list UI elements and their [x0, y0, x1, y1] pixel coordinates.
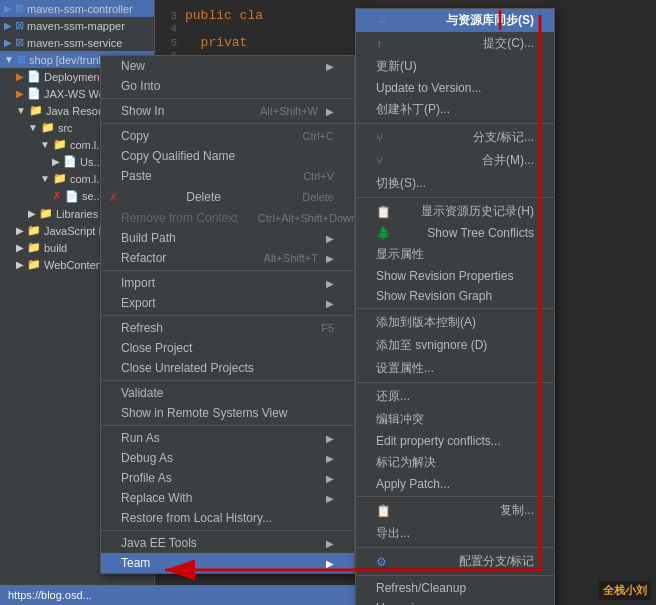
arrow-icon-showin: ▶	[326, 106, 334, 117]
context-menu-main: New ▶ Go Into Show In Alt+Shift+W ▶ Copy…	[100, 55, 355, 574]
tree-item-service[interactable]: ▶ ⊠ maven-ssm-service	[0, 34, 154, 51]
svn-switch[interactable]: 切换(S)...	[356, 172, 554, 195]
menu-run-as[interactable]: Run As ▶	[101, 428, 354, 448]
menu-team[interactable]: Team ▶	[101, 553, 354, 573]
separator-3	[101, 270, 354, 271]
arrow-icon-import: ▶	[326, 278, 334, 289]
svn-sep-5	[356, 496, 554, 497]
svn-apply-patch[interactable]: Apply Patch...	[356, 474, 554, 494]
menu-paste[interactable]: Paste Ctrl+V	[101, 166, 354, 186]
menu-import[interactable]: Import ▶	[101, 273, 354, 293]
svn-branch-icon: ⑂	[376, 131, 383, 145]
menu-restore-history[interactable]: Restore from Local History...	[101, 508, 354, 528]
svn-config-icon: ⚙	[376, 555, 387, 569]
separator-2	[101, 123, 354, 124]
watermark: 全栈小刘	[599, 581, 651, 600]
svn-mark-resolved[interactable]: 标记为解决	[356, 451, 554, 474]
menu-refactor[interactable]: Refactor Alt+Shift+T ▶	[101, 248, 354, 268]
svn-export[interactable]: 导出...	[356, 522, 554, 545]
tree-item-mapper[interactable]: ▶ ⊠ maven-ssm-mapper	[0, 17, 154, 34]
menu-validate[interactable]: Validate	[101, 383, 354, 403]
menu-java-ee-tools[interactable]: Java EE Tools ▶	[101, 533, 354, 553]
context-menu-svn: ↔ 与资源库同步(S) ↑ 提交(C)... 更新(U) Update to V…	[355, 8, 555, 605]
svn-sync-icon: ↔	[376, 14, 388, 28]
menu-show-remote[interactable]: Show in Remote Systems View	[101, 403, 354, 423]
menu-export[interactable]: Export ▶	[101, 293, 354, 313]
svn-edit-conflict[interactable]: 编辑冲突	[356, 408, 554, 431]
svn-merge-icon: ⑂	[376, 154, 383, 168]
menu-profile-as[interactable]: Profile As ▶	[101, 468, 354, 488]
arrow-icon: ▶	[326, 61, 334, 72]
menu-build-path[interactable]: Build Path ▶	[101, 228, 354, 248]
menu-show-in[interactable]: Show In Alt+Shift+W ▶	[101, 101, 354, 121]
svn-copy-icon: 📋	[376, 504, 391, 518]
svn-sep-3	[356, 308, 554, 309]
svn-sep-6	[356, 547, 554, 548]
arrow-icon-run: ▶	[326, 433, 334, 444]
svn-sep-2	[356, 197, 554, 198]
svn-config-branch[interactable]: ⚙ 配置分支/标记	[356, 550, 554, 573]
svn-commit-icon: ↑	[376, 37, 382, 51]
svn-edit-prop-conflicts[interactable]: Edit property conflicts...	[356, 431, 554, 451]
menu-debug-as[interactable]: Debug As ▶	[101, 448, 354, 468]
svn-show-revision-graph[interactable]: Show Revision Graph	[356, 286, 554, 306]
svn-sep-1	[356, 123, 554, 124]
separator-6	[101, 425, 354, 426]
svn-upgrade[interactable]: Upgr...ie	[356, 598, 554, 605]
menu-delete[interactable]: ✗ Delete Delete	[101, 186, 354, 208]
svn-sep-7	[356, 575, 554, 576]
arrow-icon-build: ▶	[326, 233, 334, 244]
svn-update-version[interactable]: Update to Version...	[356, 78, 554, 98]
menu-go-into[interactable]: Go Into	[101, 76, 354, 96]
arrow-icon-profile: ▶	[326, 473, 334, 484]
arrow-icon-javaee: ▶	[326, 538, 334, 549]
menu-copy[interactable]: Copy Ctrl+C	[101, 126, 354, 146]
svn-show-props[interactable]: 显示属性	[356, 243, 554, 266]
svn-tree-icon: 🌲	[376, 226, 391, 240]
separator-5	[101, 380, 354, 381]
svn-show-tree-conflicts[interactable]: 🌲 Show Tree Conflicts	[356, 223, 554, 243]
svn-sync[interactable]: ↔ 与资源库同步(S)	[356, 9, 554, 32]
svn-commit[interactable]: ↑ 提交(C)...	[356, 32, 554, 55]
svn-merge[interactable]: ⑂ 合并(M)...	[356, 149, 554, 172]
svn-show-revision-props[interactable]: Show Revision Properties	[356, 266, 554, 286]
arrow-icon-team: ▶	[326, 558, 334, 569]
svn-create-patch[interactable]: 创建补丁(P)...	[356, 98, 554, 121]
svn-refresh-cleanup[interactable]: Refresh/Cleanup	[356, 578, 554, 598]
svn-show-history[interactable]: 📋 显示资源历史记录(H)	[356, 200, 554, 223]
arrow-icon-export: ▶	[326, 298, 334, 309]
delete-icon: ✗	[105, 189, 121, 205]
separator-4	[101, 315, 354, 316]
arrow-icon-replace: ▶	[326, 493, 334, 504]
arrow-icon-refactor: ▶	[326, 253, 334, 264]
menu-new[interactable]: New ▶	[101, 56, 354, 76]
svn-add-svnignore[interactable]: 添加至 svnignore (D)	[356, 334, 554, 357]
separator-7	[101, 530, 354, 531]
svn-history-icon: 📋	[376, 205, 391, 219]
tree-item-controller[interactable]: ▶ ⊠ maven-ssm-controller	[0, 0, 154, 17]
svn-branch-tag[interactable]: ⑂ 分支/标记...	[356, 126, 554, 149]
menu-close-project[interactable]: Close Project	[101, 338, 354, 358]
svn-add-vc[interactable]: 添加到版本控制(A)	[356, 311, 554, 334]
menu-refresh[interactable]: Refresh F5	[101, 318, 354, 338]
svn-update[interactable]: 更新(U)	[356, 55, 554, 78]
menu-copy-qualified[interactable]: Copy Qualified Name	[101, 146, 354, 166]
separator-1	[101, 98, 354, 99]
menu-remove-context[interactable]: Remove from Context Ctrl+Alt+Shift+Down	[101, 208, 354, 228]
menu-close-unrelated[interactable]: Close Unrelated Projects	[101, 358, 354, 378]
svn-revert[interactable]: 还原...	[356, 385, 554, 408]
arrow-icon-debug: ▶	[326, 453, 334, 464]
menu-replace-with[interactable]: Replace With ▶	[101, 488, 354, 508]
svn-copy[interactable]: 📋 复制...	[356, 499, 554, 522]
svn-sep-4	[356, 382, 554, 383]
svn-set-props[interactable]: 设置属性...	[356, 357, 554, 380]
